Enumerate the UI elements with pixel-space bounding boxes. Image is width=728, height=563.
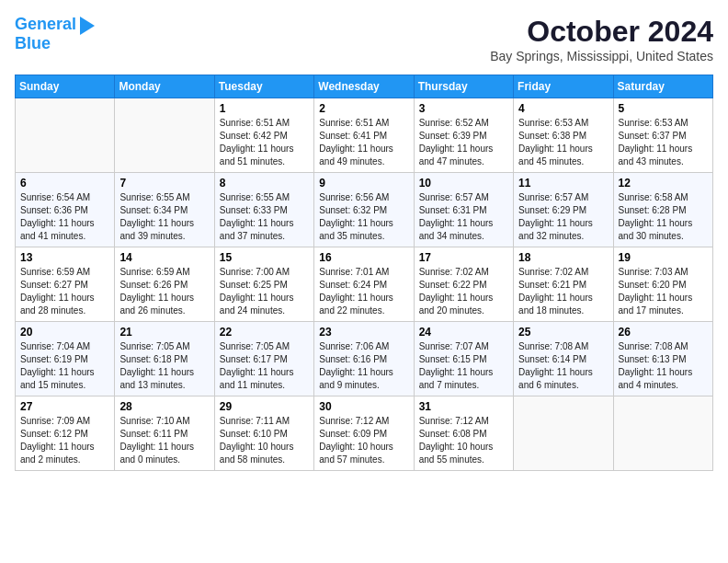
calendar-cell: 2Sunrise: 6:51 AM Sunset: 6:41 PM Daylig… [314, 98, 414, 173]
calendar-cell [115, 98, 214, 173]
weekday-header-saturday: Saturday [613, 75, 712, 98]
day-info: Sunrise: 6:57 AM Sunset: 6:31 PM Dayligh… [419, 191, 508, 243]
weekday-header-row: SundayMondayTuesdayWednesdayThursdayFrid… [16, 75, 713, 98]
calendar-cell: 6Sunrise: 6:54 AM Sunset: 6:36 PM Daylig… [16, 173, 115, 247]
calendar-cell: 14Sunrise: 6:59 AM Sunset: 6:26 PM Dayli… [115, 247, 214, 322]
calendar-cell [16, 98, 115, 173]
calendar-cell: 21Sunrise: 7:05 AM Sunset: 6:18 PM Dayli… [115, 322, 214, 396]
calendar-cell: 12Sunrise: 6:58 AM Sunset: 6:28 PM Dayli… [613, 173, 712, 247]
calendar-week-row: 6Sunrise: 6:54 AM Sunset: 6:36 PM Daylig… [16, 173, 713, 247]
calendar-week-row: 1Sunrise: 6:51 AM Sunset: 6:42 PM Daylig… [16, 98, 713, 173]
day-info: Sunrise: 7:04 AM Sunset: 6:19 PM Dayligh… [20, 340, 109, 392]
day-info: Sunrise: 7:02 AM Sunset: 6:22 PM Dayligh… [419, 266, 508, 317]
day-info: Sunrise: 7:02 AM Sunset: 6:21 PM Dayligh… [518, 266, 608, 317]
day-info: Sunrise: 6:54 AM Sunset: 6:36 PM Dayligh… [20, 191, 109, 243]
calendar-week-row: 27Sunrise: 7:09 AM Sunset: 6:12 PM Dayli… [16, 396, 713, 471]
day-number: 13 [20, 251, 109, 264]
day-info: Sunrise: 7:01 AM Sunset: 6:24 PM Dayligh… [319, 266, 408, 317]
day-info: Sunrise: 7:08 AM Sunset: 6:13 PM Dayligh… [619, 340, 708, 392]
calendar-cell [613, 396, 712, 471]
day-number: 5 [619, 102, 708, 115]
calendar-cell: 31Sunrise: 7:12 AM Sunset: 6:08 PM Dayli… [414, 396, 513, 471]
day-number: 26 [619, 326, 708, 339]
day-info: Sunrise: 7:08 AM Sunset: 6:14 PM Dayligh… [518, 340, 608, 392]
day-info: Sunrise: 6:55 AM Sunset: 6:33 PM Dayligh… [220, 191, 309, 243]
calendar-cell: 26Sunrise: 7:08 AM Sunset: 6:13 PM Dayli… [613, 322, 712, 396]
calendar-cell [514, 396, 613, 471]
day-info: Sunrise: 7:09 AM Sunset: 6:12 PM Dayligh… [20, 415, 109, 466]
day-number: 28 [119, 400, 209, 413]
day-number: 12 [619, 177, 708, 190]
day-info: Sunrise: 7:03 AM Sunset: 6:20 PM Dayligh… [619, 266, 708, 317]
weekday-header-monday: Monday [115, 75, 214, 98]
day-number: 21 [119, 326, 209, 339]
calendar-cell: 22Sunrise: 7:05 AM Sunset: 6:17 PM Dayli… [214, 322, 313, 396]
day-info: Sunrise: 7:12 AM Sunset: 6:09 PM Dayligh… [319, 415, 408, 466]
day-number: 8 [220, 177, 309, 190]
calendar-cell: 8Sunrise: 6:55 AM Sunset: 6:33 PM Daylig… [214, 173, 313, 247]
day-number: 30 [319, 400, 408, 413]
day-number: 1 [220, 102, 309, 115]
calendar-cell: 13Sunrise: 6:59 AM Sunset: 6:27 PM Dayli… [16, 247, 115, 322]
day-number: 2 [319, 102, 408, 115]
calendar-cell: 30Sunrise: 7:12 AM Sunset: 6:09 PM Dayli… [314, 396, 414, 471]
day-number: 9 [319, 177, 408, 190]
day-number: 18 [518, 251, 608, 264]
day-number: 29 [220, 400, 309, 413]
page-header: General Blue October 2024 Bay Springs, M… [15, 15, 713, 63]
calendar-cell: 5Sunrise: 6:53 AM Sunset: 6:37 PM Daylig… [613, 98, 712, 173]
calendar-cell: 10Sunrise: 6:57 AM Sunset: 6:31 PM Dayli… [414, 173, 513, 247]
calendar-cell: 23Sunrise: 7:06 AM Sunset: 6:16 PM Dayli… [314, 322, 414, 396]
day-info: Sunrise: 6:58 AM Sunset: 6:28 PM Dayligh… [619, 191, 708, 243]
day-number: 22 [220, 326, 309, 339]
title-block: October 2024 Bay Springs, Mississippi, U… [490, 15, 713, 63]
calendar-cell: 25Sunrise: 7:08 AM Sunset: 6:14 PM Dayli… [514, 322, 613, 396]
weekday-header-sunday: Sunday [16, 75, 115, 98]
calendar-cell: 9Sunrise: 6:56 AM Sunset: 6:32 PM Daylig… [314, 173, 414, 247]
calendar-cell: 4Sunrise: 6:53 AM Sunset: 6:38 PM Daylig… [514, 98, 613, 173]
day-info: Sunrise: 6:52 AM Sunset: 6:39 PM Dayligh… [419, 117, 508, 168]
logo-text-line1: General [15, 16, 76, 34]
day-number: 10 [419, 177, 508, 190]
calendar-cell: 20Sunrise: 7:04 AM Sunset: 6:19 PM Dayli… [16, 322, 115, 396]
day-number: 7 [119, 177, 209, 190]
day-info: Sunrise: 7:05 AM Sunset: 6:18 PM Dayligh… [119, 340, 209, 392]
day-info: Sunrise: 6:51 AM Sunset: 6:42 PM Dayligh… [220, 117, 309, 168]
calendar-cell: 24Sunrise: 7:07 AM Sunset: 6:15 PM Dayli… [414, 322, 513, 396]
day-info: Sunrise: 6:56 AM Sunset: 6:32 PM Dayligh… [319, 191, 408, 243]
calendar-cell: 15Sunrise: 7:00 AM Sunset: 6:25 PM Dayli… [214, 247, 313, 322]
day-info: Sunrise: 7:00 AM Sunset: 6:25 PM Dayligh… [220, 266, 309, 317]
calendar-week-row: 20Sunrise: 7:04 AM Sunset: 6:19 PM Dayli… [16, 322, 713, 396]
day-number: 20 [20, 326, 109, 339]
logo-text-line2: Blue [15, 35, 51, 53]
weekday-header-wednesday: Wednesday [314, 75, 414, 98]
day-number: 25 [518, 326, 608, 339]
calendar-week-row: 13Sunrise: 6:59 AM Sunset: 6:27 PM Dayli… [16, 247, 713, 322]
day-info: Sunrise: 7:06 AM Sunset: 6:16 PM Dayligh… [319, 340, 408, 392]
day-info: Sunrise: 7:07 AM Sunset: 6:15 PM Dayligh… [419, 340, 508, 392]
day-info: Sunrise: 7:10 AM Sunset: 6:11 PM Dayligh… [119, 415, 209, 466]
day-number: 4 [518, 102, 608, 115]
location: Bay Springs, Mississippi, United States [490, 49, 713, 63]
day-number: 27 [20, 400, 109, 413]
month-title: October 2024 [490, 15, 713, 49]
day-info: Sunrise: 7:05 AM Sunset: 6:17 PM Dayligh… [220, 340, 309, 392]
weekday-header-thursday: Thursday [414, 75, 513, 98]
calendar-cell: 18Sunrise: 7:02 AM Sunset: 6:21 PM Dayli… [514, 247, 613, 322]
day-number: 14 [119, 251, 209, 264]
calendar-table: SundayMondayTuesdayWednesdayThursdayFrid… [15, 75, 713, 471]
day-info: Sunrise: 6:59 AM Sunset: 6:26 PM Dayligh… [119, 266, 209, 317]
calendar-cell: 16Sunrise: 7:01 AM Sunset: 6:24 PM Dayli… [314, 247, 414, 322]
day-number: 6 [20, 177, 109, 190]
day-number: 15 [220, 251, 309, 264]
logo-arrow-icon [80, 17, 95, 35]
day-info: Sunrise: 6:55 AM Sunset: 6:34 PM Dayligh… [119, 191, 209, 243]
day-number: 31 [419, 400, 508, 413]
calendar-cell: 3Sunrise: 6:52 AM Sunset: 6:39 PM Daylig… [414, 98, 513, 173]
day-number: 19 [619, 251, 708, 264]
day-info: Sunrise: 6:53 AM Sunset: 6:38 PM Dayligh… [518, 117, 608, 168]
logo: General Blue [15, 15, 95, 53]
day-number: 16 [319, 251, 408, 264]
day-info: Sunrise: 6:57 AM Sunset: 6:29 PM Dayligh… [518, 191, 608, 243]
calendar-cell: 11Sunrise: 6:57 AM Sunset: 6:29 PM Dayli… [514, 173, 613, 247]
